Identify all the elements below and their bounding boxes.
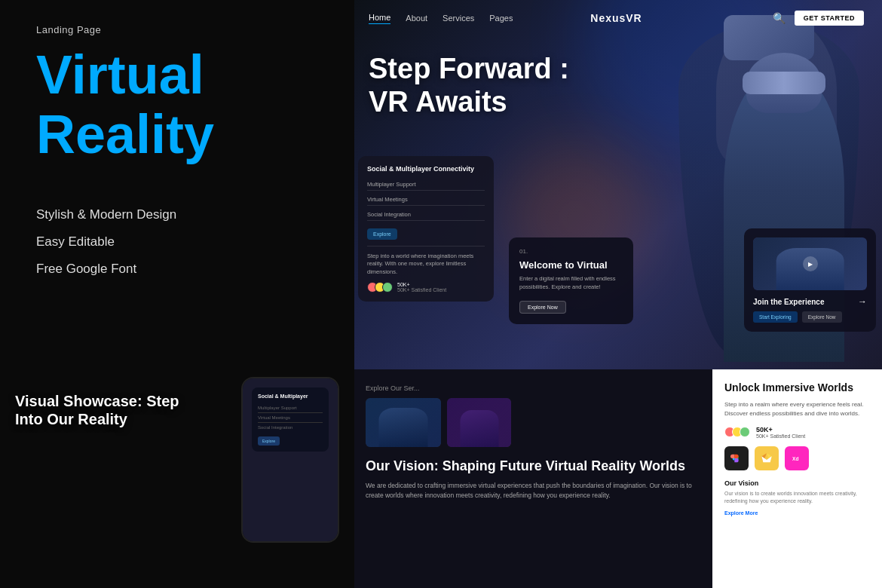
- vision-panel: Explore Our Ser... Our Vision: Shaping F…: [351, 369, 712, 588]
- hero-title-line1: Step Forward :: [369, 53, 569, 86]
- svg-text:Xd: Xd: [792, 456, 799, 461]
- unlock-panel: Unlock Immersive Worlds Step into a real…: [712, 369, 882, 588]
- phone-mockup: Social & Multiplayer Multiplayer Support…: [241, 377, 339, 543]
- nav-services[interactable]: Services: [443, 14, 474, 23]
- card-welcome-desc: Enter a digital realm filled with endles…: [519, 275, 623, 291]
- card-social-btn[interactable]: Explore: [367, 228, 397, 240]
- tool-icons: Xd: [724, 446, 870, 470]
- avatar-3: [382, 282, 393, 292]
- title-line1: Virtual: [36, 45, 214, 105]
- nav-links: Home About Services Pages: [369, 13, 513, 24]
- stats-label: 50K+ Satisfied Client: [397, 287, 446, 292]
- nav-pages[interactable]: Pages: [489, 14, 513, 23]
- card-number: 01.: [519, 248, 623, 255]
- card-social-item2: Virtual Meetings: [367, 194, 485, 206]
- showcase-title-line2: Into Our Reality: [15, 410, 179, 428]
- showcase-title-line1: Visual Showcase: Step: [15, 392, 179, 410]
- gallery-img-1: [366, 398, 441, 447]
- explore-now-button[interactable]: Explore Now: [802, 311, 842, 323]
- card-welcome-title: Welcome to Virtual: [519, 259, 623, 271]
- explore-more-link[interactable]: Explore More: [724, 510, 758, 516]
- card-join: ▶ Join the Experience → Start Exploring …: [744, 228, 876, 332]
- explore-service-label: Explore Our Ser...: [366, 384, 697, 392]
- navbar: Home About Services Pages NexusVR 🔍 GET …: [351, 0, 882, 36]
- avatar-group: [367, 282, 393, 292]
- card-social-stats: 50K+ 50K+ Satisfied Client: [367, 282, 485, 292]
- unlock-vision-desc: Our vision is to create worlds innovatio…: [724, 490, 870, 505]
- play-button[interactable]: ▶: [803, 256, 818, 271]
- divider: [367, 246, 485, 247]
- gallery-img-2: [447, 398, 511, 447]
- landing-label: Landing Page: [36, 24, 101, 35]
- main-preview: Home About Services Pages NexusVR 🔍 GET …: [351, 0, 882, 369]
- nav-brand: NexusVR: [590, 12, 642, 24]
- showcase-title: Visual Showcase: Step Into Our Reality: [15, 392, 179, 428]
- card-join-title: Join the Experience: [753, 298, 824, 306]
- avatar-group-unlock: [724, 427, 750, 437]
- unlock-title: Unlock Immersive Worlds: [724, 381, 870, 394]
- card-social-item1: Multiplayer Support: [367, 179, 485, 191]
- card-social-item3: Social Integration: [367, 209, 485, 221]
- unlock-stat-info: 50K+ 50K+ Satisfied Client: [756, 426, 805, 439]
- vision-title: Our Vision: Shaping Future Virtual Reali…: [366, 458, 697, 475]
- stats-number: 50K+: [397, 282, 446, 287]
- unlock-desc: Step into a realm where every experience…: [724, 400, 870, 418]
- left-panel: Landing Page Virtual Reality Stylish & M…: [0, 0, 354, 588]
- hero-title-line2: VR Awaits: [369, 86, 569, 119]
- start-exploring-button[interactable]: Start Exploring: [753, 311, 798, 323]
- nav-right: 🔍 GET STARTED: [773, 11, 864, 26]
- figma-icon: [724, 446, 749, 470]
- nav-about[interactable]: About: [406, 14, 427, 23]
- card-welcome: 01. Welcome to Virtual Enter a digital r…: [509, 237, 633, 324]
- card-join-header: Join the Experience →: [753, 296, 867, 307]
- main-title: Virtual Reality: [36, 45, 214, 164]
- unlock-stat-text: 50K+ Satisfied Client: [756, 433, 805, 439]
- vision-desc: We are dedicated to crafting immersive v…: [366, 481, 697, 501]
- sketch-icon: [755, 446, 779, 470]
- card-social: Social & Multiplayer Connectivity Multip…: [358, 156, 494, 302]
- hero-title: Step Forward : VR Awaits: [369, 53, 569, 118]
- arrow-icon: →: [858, 296, 867, 307]
- features-list: Stylish & Modern Design Easy Editable Fr…: [36, 207, 176, 289]
- card-social-title: Social & Multiplayer Connectivity: [367, 165, 485, 173]
- get-started-button[interactable]: GET STARTED: [795, 11, 864, 26]
- nav-home[interactable]: Home: [369, 13, 390, 24]
- search-icon[interactable]: 🔍: [773, 12, 786, 24]
- hero-text: Step Forward : VR Awaits: [369, 53, 569, 118]
- card-join-buttons: Start Exploring Explore Now: [753, 311, 867, 323]
- card-social-desc: Step into a world where imagination meet…: [367, 253, 485, 277]
- feature-item: Stylish & Modern Design: [36, 207, 176, 222]
- xd-icon: Xd: [785, 446, 809, 470]
- unlock-vision-title: Our Vision: [724, 479, 870, 487]
- feature-item: Free Google Font: [36, 262, 176, 277]
- card-welcome-btn[interactable]: Explore Now: [519, 301, 566, 314]
- unlock-stats: 50K+ 50K+ Satisfied Client: [724, 426, 870, 439]
- avatar-u3: [740, 427, 750, 437]
- stats-info: 50K+ 50K+ Satisfied Client: [397, 282, 446, 292]
- unlock-stat-number: 50K+: [756, 426, 805, 433]
- gallery-row: [366, 398, 697, 447]
- feature-item: Easy Editable: [36, 234, 176, 250]
- card-join-image: ▶: [753, 237, 867, 290]
- title-line2: Reality: [36, 105, 214, 164]
